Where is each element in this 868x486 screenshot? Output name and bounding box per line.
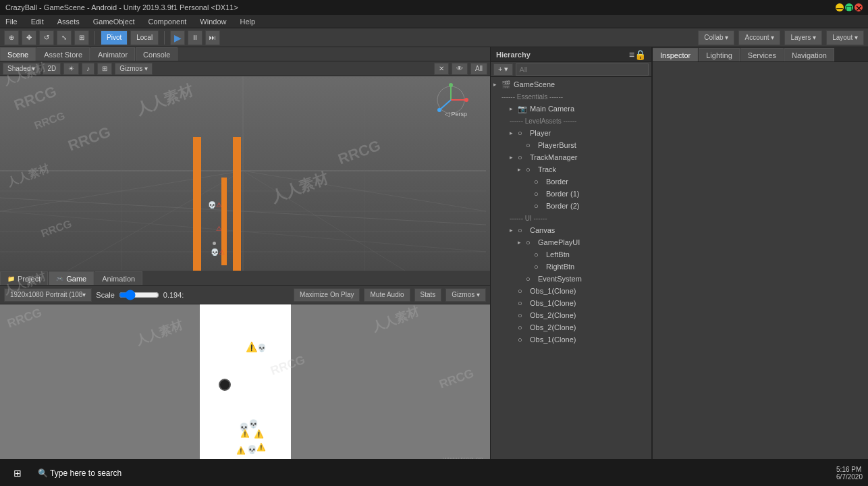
scene-close-btn[interactable]: ✕ bbox=[434, 63, 449, 75]
search-button[interactable]: 🔍 Type here to search bbox=[32, 461, 127, 485]
tab-console[interactable]: Console bbox=[136, 47, 178, 61]
tab-lighting[interactable]: Lighting bbox=[699, 48, 740, 61]
hierarchy-item[interactable]: ▸ ○ GamePlayUI bbox=[491, 236, 651, 248]
maximize-play-btn[interactable]: Maximize On Play bbox=[294, 288, 360, 302]
transform-rotate-btn[interactable]: ✥ bbox=[22, 30, 36, 45]
hierarchy-item[interactable]: ▸ ○ Canvas bbox=[491, 224, 651, 236]
stats-btn[interactable]: Stats bbox=[414, 288, 442, 302]
tab-asset-store[interactable]: Asset Store bbox=[36, 47, 90, 61]
shaded-dropdown[interactable]: Shaded ▾ bbox=[3, 63, 40, 75]
hierarchy-item[interactable]: ○ Border bbox=[491, 176, 651, 188]
hierarchy-item[interactable]: ------ UI ------ bbox=[491, 212, 651, 224]
minimize-button[interactable]: ─ bbox=[836, 3, 844, 11]
menu-gameobject[interactable]: GameObject bbox=[90, 18, 138, 26]
tab-animation[interactable]: Animation bbox=[94, 271, 142, 285]
effects-toggle[interactable]: ⊞ bbox=[97, 63, 112, 75]
hierarchy-arrow: ▸ bbox=[518, 239, 526, 246]
game-gizmos-btn[interactable]: Gizmos ▾ bbox=[445, 288, 486, 302]
hierarchy-item[interactable]: ○ Obs_1(Clone) bbox=[491, 285, 651, 297]
gizmo-axes: ◁ Persp bbox=[433, 82, 470, 119]
hierarchy-item[interactable]: ▸ ○ TrackManager bbox=[491, 151, 651, 163]
transform-scale-btn[interactable]: ↺ bbox=[39, 30, 54, 45]
hierarchy-item-label: Canvas bbox=[530, 226, 555, 234]
layout-button[interactable]: Layout ▾ bbox=[826, 30, 864, 45]
collab-button[interactable]: Collab ▾ bbox=[698, 30, 734, 45]
hierarchy-item[interactable]: ▸ ○ Player bbox=[491, 127, 651, 139]
mute-audio-btn[interactable]: Mute Audio bbox=[364, 288, 410, 302]
menu-component[interactable]: Component bbox=[145, 18, 189, 26]
local-button[interactable]: Local bbox=[130, 30, 159, 45]
tab-services[interactable]: Services bbox=[740, 48, 784, 61]
tab-project[interactable]: 📁 Project bbox=[0, 271, 48, 285]
hazard-5: ⚠️ bbox=[254, 429, 264, 439]
scene-persp-btn[interactable]: 👁 bbox=[452, 63, 468, 75]
hierarchy-item[interactable]: ○ Obs_2(Clone) bbox=[491, 309, 651, 321]
svg-point-18 bbox=[464, 98, 468, 102]
hierarchy-item[interactable]: ○ PlayerBurst bbox=[491, 139, 651, 151]
tab-inspector[interactable]: Inspector bbox=[653, 48, 698, 61]
hierarchy-item[interactable]: ○ LeftBtn bbox=[491, 248, 651, 261]
hierarchy-item[interactable]: ○ Obs_1(Clone) bbox=[491, 333, 651, 346]
hazard-7: 💀 bbox=[247, 445, 257, 454]
toolbar-separator-1 bbox=[94, 31, 95, 45]
hierarchy-item[interactable]: ▸ ○ Track bbox=[491, 163, 651, 176]
hierarchy-item[interactable]: ○ Obs_2(Clone) bbox=[491, 321, 651, 333]
light-toggle[interactable]: ☀ bbox=[63, 63, 79, 75]
menu-window[interactable]: Window bbox=[197, 18, 229, 26]
menu-file[interactable]: File bbox=[3, 18, 20, 26]
transform-move-btn[interactable]: ⊕ bbox=[4, 30, 19, 45]
title-text: CrazyBall - GameScene - Android - Unity … bbox=[5, 3, 238, 11]
viewport-toolbar: Shaded ▾ 2D ☀ ♪ ⊞ Gizmos ▾ ✕ 👁 All bbox=[0, 61, 490, 76]
hierarchy-item[interactable]: ○ Border (1) bbox=[491, 188, 651, 200]
project-tab-icon: 📁 bbox=[7, 275, 15, 282]
pause-button[interactable]: ⏸ bbox=[188, 30, 202, 45]
tab-navigation[interactable]: Navigation bbox=[784, 48, 834, 61]
play-button[interactable]: ▶ bbox=[170, 30, 185, 45]
game-content[interactable]: ⚠️💀 💀 💀 ⚠️ ⚠️ ⚠️ 💀 ⚠️ RRCG 人人素材 RRCG 人人素… bbox=[0, 304, 490, 466]
hierarchy-item[interactable]: ○ RightBtn bbox=[491, 261, 651, 273]
hierarchy-item-icon: ○ bbox=[518, 153, 528, 161]
obstacle-3: 💀⚠ bbox=[211, 248, 225, 256]
scene-viewport-container: Shaded ▾ 2D ☀ ♪ ⊞ Gizmos ▾ ✕ 👁 All bbox=[0, 61, 490, 271]
tab-scene[interactable]: Scene bbox=[0, 47, 36, 61]
menu-help[interactable]: Help bbox=[237, 18, 258, 26]
start-button[interactable]: ⊞ bbox=[5, 461, 30, 485]
hierarchy-item-icon: ○ bbox=[518, 311, 528, 319]
animator-tab-label: Animator bbox=[98, 51, 128, 59]
tab-animator[interactable]: Animator bbox=[90, 47, 135, 61]
hierarchy-item-label: GameScene bbox=[514, 80, 555, 88]
layers-button[interactable]: Layers ▾ bbox=[784, 30, 822, 45]
hierarchy-item-icon: ○ bbox=[518, 226, 528, 234]
audio-toggle[interactable]: ♪ bbox=[82, 63, 94, 75]
transform-combined-btn[interactable]: ⊞ bbox=[74, 30, 89, 45]
scene-all-btn[interactable]: All bbox=[470, 63, 487, 75]
scene-3d-view[interactable]: 💀⚠ ⚠ 💀⚠ bbox=[0, 76, 490, 271]
hierarchy-options[interactable]: ≡ bbox=[629, 49, 634, 60]
hierarchy-item[interactable]: ▸ 🎬 GameScene bbox=[491, 78, 651, 90]
close-button[interactable]: ✕ bbox=[855, 3, 863, 11]
hierarchy-item[interactable]: ○ Obs_1(Clone) bbox=[491, 297, 651, 309]
hierarchy-item[interactable]: ------ LevelAssets ------ bbox=[491, 115, 651, 127]
asset-tab-label: Asset Store bbox=[44, 51, 82, 59]
menu-assets[interactable]: Assets bbox=[55, 18, 82, 26]
scale-slider[interactable] bbox=[119, 290, 159, 300]
hierarchy-item[interactable]: ○ Border (2) bbox=[491, 200, 651, 212]
hierarchy-search[interactable] bbox=[516, 63, 649, 76]
hierarchy-lock[interactable]: 🔒 bbox=[634, 49, 646, 60]
hierarchy-item[interactable]: ○ EventSystem bbox=[491, 273, 651, 285]
scene-gizmos-btn[interactable]: Gizmos ▾ bbox=[115, 63, 153, 75]
menu-edit[interactable]: Edit bbox=[28, 18, 47, 26]
hierarchy-add-btn[interactable]: + ▾ bbox=[493, 63, 513, 76]
hierarchy-item-icon: ○ bbox=[526, 141, 537, 149]
maximize-button[interactable]: □ bbox=[845, 3, 853, 11]
hierarchy-item[interactable]: ------ Essentials ------ bbox=[491, 90, 651, 103]
pivot-button[interactable]: Pivot bbox=[101, 30, 128, 45]
account-button[interactable]: Account ▾ bbox=[738, 30, 780, 45]
step-button[interactable]: ⏭ bbox=[205, 30, 220, 45]
transform-rect-btn[interactable]: ⤡ bbox=[57, 30, 72, 45]
hierarchy-item[interactable]: ▸ 📷 Main Camera bbox=[491, 103, 651, 115]
scene-grid bbox=[0, 76, 490, 271]
resolution-dropdown[interactable]: 1920x1080 Portrait (108▾ bbox=[4, 288, 92, 302]
tab-game[interactable]: 🎮 Game bbox=[49, 271, 94, 285]
2d-button[interactable]: 2D bbox=[43, 63, 61, 75]
